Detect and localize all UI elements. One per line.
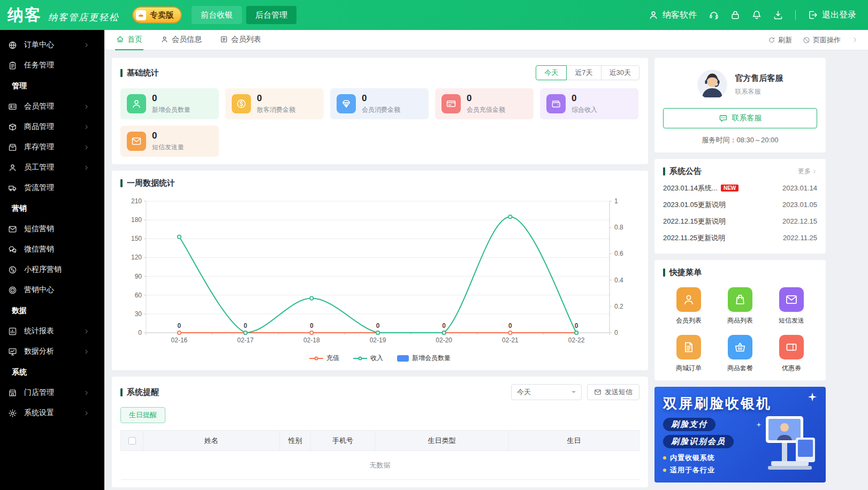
date-range-group: 今天近7天近30天 — [536, 65, 639, 80]
quick-menu-item[interactable]: 商品套餐 — [727, 335, 753, 373]
refresh-button[interactable]: 刷新 — [768, 35, 792, 45]
tab-member-list[interactable]: 会员列表 — [219, 30, 262, 50]
sidebar-item-data-analysis[interactable]: 数据分析 — [0, 341, 104, 362]
sidebar-item-product-management[interactable]: 商品管理 — [0, 117, 104, 137]
sidebar-item-inventory-management[interactable]: 库存管理 — [0, 137, 104, 157]
quick-menu-item[interactable]: 会员列表 — [676, 287, 702, 325]
quick-menu-item[interactable]: 商城订单 — [676, 335, 702, 373]
basic-stats-card: 基础统计 今天近7天近30天 0新增会员数量0散客消费金额0会员消费金额0会员充… — [112, 58, 648, 164]
sidebar-item-statistics-report[interactable]: 统计报表 — [0, 321, 104, 341]
svg-text:0: 0 — [138, 329, 142, 336]
page-body: 基础统计 今天近7天近30天 0新增会员数量0散客消费金额0会员消费金额0会员充… — [104, 50, 868, 490]
store-icon — [8, 388, 17, 397]
sidebar-item-order-center[interactable]: 订单中心 — [0, 35, 104, 55]
svg-text:0: 0 — [442, 322, 446, 330]
doc-icon — [676, 335, 701, 359]
topnav-front-cashier[interactable]: 前台收银 — [192, 6, 242, 24]
notice-more-link[interactable]: 更多 — [798, 167, 817, 176]
notice-date: 2023.01.05 — [782, 201, 817, 209]
quick-menu-item[interactable]: 短信发送 — [779, 287, 804, 325]
notice-item[interactable]: 2022.11.25更新说明2022.11.25 — [663, 229, 817, 246]
wechat-icon — [8, 245, 17, 254]
account-menu[interactable]: 纳客软件 — [648, 10, 697, 21]
legend-marker — [309, 355, 323, 362]
svg-text:0.6: 0.6 — [614, 250, 623, 257]
quick-menu-item[interactable]: 优惠券 — [779, 335, 804, 373]
stat-value: 0 — [152, 131, 184, 141]
list-icon — [220, 35, 228, 43]
stat-value: 0 — [572, 93, 597, 104]
svg-text:120: 120 — [131, 254, 142, 261]
chevron-right-icon — [83, 42, 89, 48]
notice-item[interactable]: 2023.01.05更新说明2023.01.05 — [663, 196, 817, 213]
sidebar-item-system-settings[interactable]: 系统设置 — [0, 403, 104, 423]
headset-icon[interactable] — [709, 10, 719, 20]
promo-banner[interactable]: 双屏刷脸收银机 刷脸支付刷脸识别会员 内置收银系统适用于各行业 — [654, 387, 826, 483]
promo-pill: 刷脸识别会员 — [663, 435, 734, 448]
chevron-down-icon — [572, 391, 576, 395]
miniapp-icon — [8, 265, 17, 274]
legend-item[interactable]: 新增会员数量 — [397, 354, 451, 363]
promo-bullet-label: 适用于各行业 — [670, 465, 715, 475]
quick-menu-item[interactable]: 商品列表 — [727, 287, 753, 325]
svg-text:02-20: 02-20 — [436, 336, 452, 344]
page-operations-button[interactable]: 页面操作 — [803, 35, 841, 45]
birthday-remind-tab[interactable]: 生日提醒 — [120, 407, 165, 423]
right-column: 官方售后客服 联系客服 联系客服 服务时间：08:30～20:00 系统公告 — [654, 58, 826, 483]
chevron-right-icon — [83, 390, 89, 396]
logout-label: 退出登录 — [822, 10, 856, 21]
home-icon — [116, 35, 124, 43]
legend-marker — [353, 355, 367, 362]
logout-button[interactable]: 退出登录 — [808, 10, 856, 21]
download-icon[interactable] — [773, 10, 783, 20]
svg-text:1: 1 — [614, 197, 618, 205]
settings-icon — [8, 409, 17, 418]
tab-member-info[interactable]: 会员信息 — [159, 30, 203, 50]
dollar-icon — [232, 94, 251, 113]
sparkle-icon — [756, 422, 762, 427]
sidebar-item-label: 商品管理 — [24, 122, 54, 132]
sidebar-item-task-management[interactable]: 任务管理 — [0, 55, 104, 75]
main-column: 基础统计 今天近7天近30天 0新增会员数量0散客消费金额0会员消费金额0会员充… — [112, 58, 648, 483]
card-icon — [441, 94, 461, 113]
staff-icon — [127, 94, 146, 113]
sidebar-item-sms-marketing[interactable]: 短信营销 — [0, 219, 104, 239]
select-all-checkbox[interactable] — [128, 437, 136, 445]
contact-service-button[interactable]: 联系客服 — [663, 108, 817, 128]
content-area: 首页会员信息会员列表 刷新 页面操作 基础统计 今天近7天近30天 — [104, 30, 868, 490]
sidebar-item-store-management[interactable]: 门店管理 — [0, 382, 104, 403]
tab-overflow-chevron-icon[interactable] — [851, 36, 858, 43]
sidebar-item-member-management[interactable]: 会员管理 — [0, 96, 104, 117]
refresh-icon — [768, 36, 775, 44]
notice-item[interactable]: 2023.01.14系统...NEW2023.01.14 — [663, 180, 817, 196]
sidebar-item-logistics-management[interactable]: 货流管理 — [0, 178, 104, 198]
header-actions: 纳客软件 退出登录 — [648, 10, 856, 21]
sidebar-item-wechat-marketing[interactable]: 微信营销 — [0, 239, 104, 259]
bell-icon[interactable] — [751, 10, 762, 20]
sidebar-item-staff-management[interactable]: 员工管理 — [0, 157, 104, 178]
topnav-backend-admin[interactable]: 后台管理 — [246, 6, 296, 24]
chevron-right-icon — [83, 349, 89, 355]
range-button[interactable]: 今天 — [536, 65, 567, 80]
tab-actions: 刷新 页面操作 — [768, 35, 858, 45]
sidebar-item-marketing-center[interactable]: 营销中心 — [0, 280, 104, 300]
range-button[interactable]: 近30天 — [601, 65, 639, 80]
legend-item[interactable]: 充值 — [309, 354, 339, 363]
sidebar-item-label: 任务管理 — [24, 60, 54, 70]
notice-item[interactable]: 2022.12.15更新说明2022.12.15 — [663, 213, 817, 229]
tab-label: 会员列表 — [231, 35, 261, 44]
svg-text:0: 0 — [376, 322, 380, 330]
send-sms-button[interactable]: 发送短信 — [587, 384, 639, 400]
stat-label: 散客消费金额 — [257, 105, 295, 114]
tab-home[interactable]: 首页 — [115, 30, 143, 50]
user-icon — [161, 35, 169, 43]
target-icon — [8, 286, 17, 295]
sidebar-item-miniprogram-marketing[interactable]: 小程序营销 — [0, 259, 104, 280]
edition-badge[interactable]: 专卖版 — [133, 7, 181, 22]
empty-state: 无数据 — [121, 451, 639, 480]
range-button[interactable]: 近7天 — [566, 65, 601, 80]
remind-range-select[interactable]: 今天 — [511, 384, 582, 400]
legend-item[interactable]: 收入 — [353, 354, 383, 363]
report-icon — [8, 327, 17, 336]
lock-icon[interactable] — [730, 10, 741, 20]
